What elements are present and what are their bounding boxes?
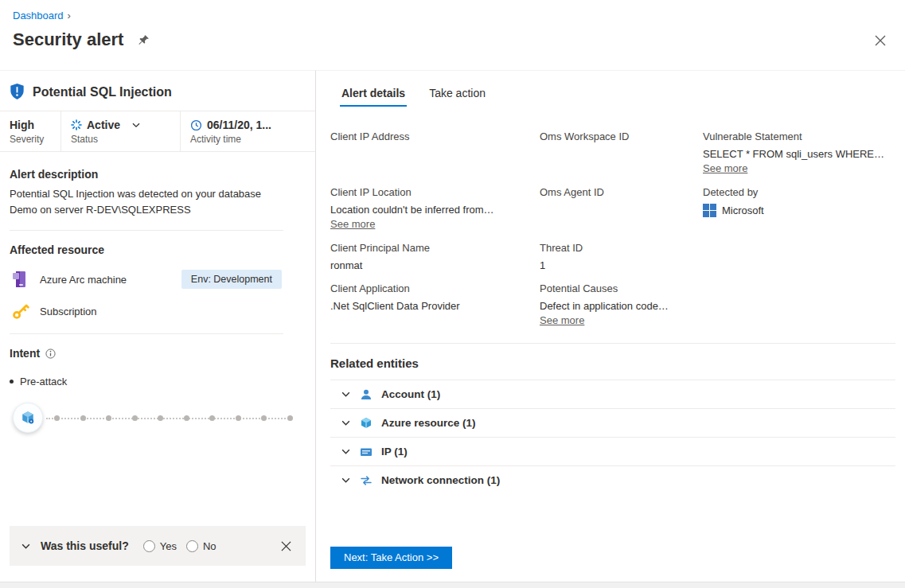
field-client-principal-name: Client Principal Name ronmat <box>330 242 540 271</box>
kill-chain-dot <box>106 415 111 421</box>
kill-chain-dot <box>158 415 163 421</box>
field-oms-workspace-id: Oms Workspace ID <box>540 130 703 175</box>
alert-details-grid: Client IP Address Oms Workspace ID Vulne… <box>330 130 895 327</box>
alert-stats-row: High Severity Active Status <box>0 111 315 152</box>
see-more-link[interactable]: See more <box>330 218 375 230</box>
severity-shield-icon <box>10 84 25 100</box>
clock-icon <box>190 119 202 131</box>
field-oms-agent-id: Oms Agent ID <box>540 186 703 231</box>
pre-attack-stage-icon[interactable] <box>13 403 43 433</box>
related-entity-azure-resource[interactable]: Azure resource (1) <box>330 408 895 437</box>
alert-description-text: Potential SQL Injection was detected on … <box>10 186 284 217</box>
related-entity-network-connection[interactable]: Network connection (1) <box>330 465 895 494</box>
kill-chain-dot <box>287 415 293 421</box>
content-split: Potential SQL Injection High Severity Ac… <box>0 70 905 582</box>
bullet-icon <box>10 380 14 384</box>
affected-resource-heading: Affected resource <box>10 243 306 256</box>
account-icon <box>360 388 373 401</box>
field-potential-causes: Potential Causes Defect in application c… <box>540 282 703 327</box>
chevron-down-icon <box>341 418 351 428</box>
see-more-link[interactable]: See more <box>540 314 584 326</box>
ip-icon <box>360 446 373 458</box>
pin-icon <box>138 34 150 46</box>
status-stat[interactable]: Active Status <box>60 111 180 151</box>
kill-chain-dot <box>54 415 60 421</box>
env-badge: Env: Development <box>181 270 282 289</box>
feedback-collapse-chevron-icon[interactable] <box>21 541 31 551</box>
related-entity-account[interactable]: Account (1) <box>330 380 895 408</box>
status-label: Status <box>71 134 170 145</box>
intent-stage-label: Pre-attack <box>20 376 67 387</box>
page-title: Security alert <box>13 29 123 50</box>
info-icon[interactable] <box>45 349 56 359</box>
divider <box>10 333 283 334</box>
kill-chain-dot <box>184 415 189 421</box>
divider <box>10 230 283 231</box>
related-entities-heading: Related entities <box>330 356 895 370</box>
kill-chain-dot <box>236 415 241 421</box>
alert-summary-panel: Potential SQL Injection High Severity Ac… <box>0 70 316 582</box>
see-more-link[interactable]: See more <box>703 162 747 174</box>
alert-summary-body: Alert description Potential SQL Injectio… <box>0 152 315 515</box>
key-icon <box>10 302 30 321</box>
feedback-question: Was this useful? <box>41 539 129 552</box>
page-header: Dashboard› Security alert <box>0 0 905 70</box>
alert-head: Potential SQL Injection <box>0 71 315 111</box>
severity-value: High <box>10 119 51 131</box>
field-vulnerable-statement: Vulnerable Statement SELECT * FROM sqli_… <box>703 130 895 175</box>
tab-take-action[interactable]: Take action <box>427 87 487 107</box>
kill-chain-dot <box>209 415 215 421</box>
resource-subscription[interactable]: Subscription <box>10 302 306 321</box>
alert-description-heading: Alert description <box>10 168 306 181</box>
kill-chain-progress <box>13 400 302 435</box>
close-icon <box>875 35 886 46</box>
pin-button[interactable] <box>136 33 151 48</box>
detected-by-value: Microsoft <box>722 204 764 216</box>
feedback-close-button[interactable] <box>279 539 293 553</box>
activity-time-label: Activity time <box>190 134 306 145</box>
kill-chain-dot <box>261 415 267 421</box>
alert-details-panel: Alert details Take action Client IP Addr… <box>316 70 905 582</box>
azure-arc-machine-icon <box>10 269 30 290</box>
status-value: Active <box>87 119 120 131</box>
breadcrumb-separator: › <box>68 10 71 21</box>
field-client-ip-address: Client IP Address <box>330 130 540 175</box>
severity-stat: High Severity <box>0 111 60 151</box>
breadcrumb: Dashboard› <box>13 10 891 21</box>
resource-azure-arc-machine[interactable]: Azure Arc machine Env: Development <box>10 269 306 290</box>
kill-chain-dot <box>80 415 86 421</box>
intent-heading: Intent <box>10 347 40 360</box>
related-entity-ip[interactable]: IP (1) <box>330 437 895 465</box>
tab-alert-details[interactable]: Alert details <box>340 87 407 107</box>
field-threat-id: Threat ID 1 <box>540 242 703 271</box>
radio-icon <box>143 540 155 552</box>
divider <box>330 343 895 344</box>
severity-label: Severity <box>10 134 51 145</box>
network-connection-icon <box>360 474 373 487</box>
chevron-down-icon <box>341 446 351 457</box>
alert-title: Potential SQL Injection <box>33 85 172 99</box>
chevron-down-icon <box>341 475 351 485</box>
breadcrumb-dashboard-link[interactable]: Dashboard <box>13 10 64 21</box>
grid-spacer <box>703 242 895 271</box>
azure-resource-icon <box>360 417 373 430</box>
kill-chain-dots <box>54 415 293 421</box>
activity-time-stat: 06/11/20, 1... Activity time <box>180 111 315 151</box>
tab-bar: Alert details Take action <box>340 71 895 107</box>
window-bottom-edge <box>0 582 905 588</box>
feedback-bar: Was this useful? Yes No <box>10 526 306 566</box>
chevron-down-icon <box>341 389 351 399</box>
field-client-application: Client Application .Net SqlClient Data P… <box>330 282 540 327</box>
next-take-action-button[interactable]: Next: Take Action >> <box>330 547 452 569</box>
intent-stage: Pre-attack <box>10 376 306 387</box>
close-icon <box>281 541 291 551</box>
activity-time-value: 06/11/20, 1... <box>207 119 271 131</box>
grid-spacer <box>703 282 895 327</box>
resource-name: Subscription <box>40 306 97 317</box>
feedback-yes-radio[interactable]: Yes <box>143 540 177 552</box>
microsoft-logo-icon <box>703 204 716 217</box>
status-dropdown-chevron-icon[interactable] <box>131 120 141 130</box>
feedback-no-radio[interactable]: No <box>186 540 216 552</box>
status-active-icon <box>71 119 82 130</box>
close-page-button[interactable] <box>873 33 887 48</box>
